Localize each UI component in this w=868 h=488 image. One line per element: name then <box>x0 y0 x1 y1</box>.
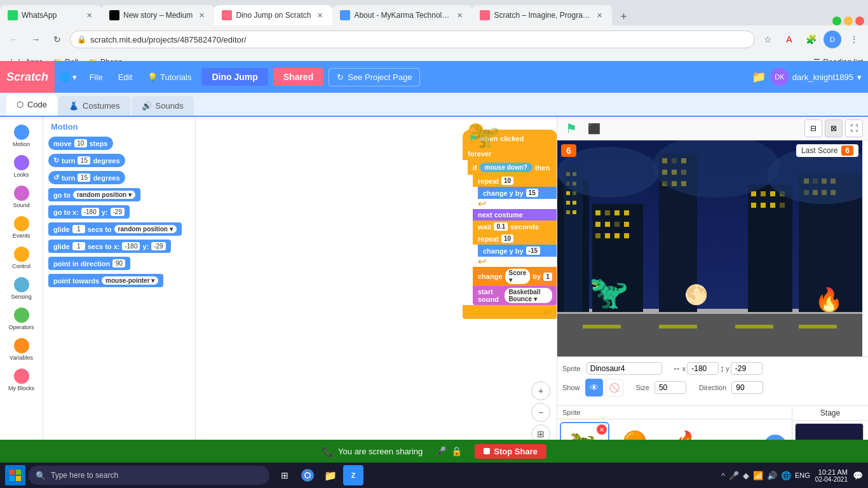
files-taskbar-button[interactable]: 📁 <box>320 465 341 485</box>
clock-area[interactable]: 10:21 AM 02-04-2021 <box>815 468 848 483</box>
zoom-taskbar-button[interactable]: Z <box>343 465 363 485</box>
extensions-button[interactable]: 🧩 <box>802 30 820 48</box>
basketball-bounce-dropdown[interactable]: Basketball Bounce ▾ <box>505 288 552 303</box>
block-point-towards-dropdown[interactable]: mouse-pointer ▾ <box>102 276 158 285</box>
scratch-file-menu[interactable]: File <box>82 61 111 93</box>
scratch-tutorials-button[interactable]: 💡 Tutorials <box>140 61 199 93</box>
scratch-see-project-button[interactable]: ↻ See Project Page <box>329 68 420 86</box>
repeat-10-block-1[interactable]: repeat 10 <box>473 175 557 187</box>
cat-control[interactable]: Control <box>3 244 41 272</box>
repeat-10-block-2[interactable]: repeat 10 <box>473 233 557 245</box>
cat-events[interactable]: Events <box>3 214 41 241</box>
tab-costumes[interactable]: 👗 Costumes <box>58 96 130 116</box>
bookmark-star-button[interactable]: ☆ <box>759 30 776 48</box>
block-goto-dropdown[interactable]: random position ▾ <box>73 191 135 199</box>
tab-mykarma[interactable]: About - MyKarma Technolog… ✕ <box>332 5 472 25</box>
scratch-project-name[interactable]: Dino Jump <box>201 68 268 86</box>
scratch-user-menu[interactable]: DK dark_knight1895 ▾ <box>771 68 862 86</box>
block-glide-input1[interactable]: 1 <box>72 225 85 233</box>
volume-icon[interactable]: 🔊 <box>767 471 777 480</box>
start-button[interactable] <box>5 465 25 485</box>
new-tab-button[interactable]: + <box>614 8 632 25</box>
tab-scratch2[interactable]: Scratch – Imagine, Program, S… ✕ <box>472 5 612 25</box>
tab-whatsapp[interactable]: WhatsApp ✕ <box>0 5 102 25</box>
scratch-folder-button[interactable]: 📁 <box>752 70 766 84</box>
chrome-taskbar-button[interactable] <box>297 465 318 485</box>
tab-close-scratch[interactable]: ✕ <box>315 10 325 20</box>
dropbox-icon[interactable]: ◆ <box>743 471 749 480</box>
show-button[interactable]: 👁 <box>585 379 603 396</box>
small-stage-button[interactable]: ⊟ <box>804 119 822 137</box>
cat-myblocks[interactable]: My Blocks <box>3 366 41 394</box>
stop-share-button[interactable]: Stop Share <box>475 444 546 459</box>
block-goto-x-input[interactable]: -180 <box>81 208 99 216</box>
repeat-input-2[interactable]: 10 <box>501 234 513 243</box>
tab-scratch[interactable]: Dino Jump on Scratch ✕ <box>214 5 332 25</box>
window-maximize[interactable] <box>844 17 853 25</box>
cat-sound[interactable]: Sound <box>3 183 41 211</box>
chevron-up-icon[interactable]: ^ <box>721 471 725 480</box>
acrobat-button[interactable]: A <box>780 30 798 48</box>
task-view-button[interactable]: ⊞ <box>275 465 295 485</box>
change-y-neg15-block[interactable]: change y by -15 <box>478 245 557 257</box>
direction-input[interactable] <box>731 381 763 394</box>
block-goto-xy[interactable]: go to x: -180 y: -29 <box>48 205 190 219</box>
block-glide-to[interactable]: glide 1 secs to random position ▾ <box>48 222 190 236</box>
size-input[interactable] <box>654 381 686 394</box>
tab-code[interactable]: ⬡ Code <box>6 95 57 116</box>
block-move-steps[interactable]: move 10 steps <box>48 137 190 150</box>
x-coord-input[interactable] <box>687 362 719 375</box>
block-point-towards[interactable]: point towards mouse-pointer ▾ <box>48 274 190 287</box>
more-menu-button[interactable]: ⋮ <box>845 30 863 48</box>
cat-looks[interactable]: Looks <box>3 152 41 180</box>
green-flag-button[interactable]: ⚑ <box>562 119 580 137</box>
stop-all-button[interactable]: ⬛ <box>585 119 603 137</box>
block-glide-dropdown[interactable]: random position ▾ <box>114 225 177 233</box>
sprite-name-input[interactable] <box>586 362 662 375</box>
block-move-input[interactable]: 10 <box>74 139 87 147</box>
block-turn-left[interactable]: ↺ turn 15 degrees <box>48 171 190 184</box>
wait-input[interactable]: 0.1 <box>494 222 508 231</box>
change-y-neg-input[interactable]: -15 <box>526 247 540 255</box>
fullscreen-button[interactable]: ⛶ <box>845 119 863 137</box>
tab-close-medium[interactable]: ✕ <box>196 10 207 20</box>
change-score-block[interactable]: change Score ▾ by 1 <box>473 267 557 286</box>
repeat-input-1[interactable]: 10 <box>501 177 513 185</box>
block-goto-y-input[interactable]: -29 <box>111 208 125 216</box>
cat-operators[interactable]: Operators <box>3 305 41 333</box>
network-icon[interactable]: 🌐 <box>781 471 791 480</box>
window-close[interactable] <box>855 17 864 25</box>
block-point-dir-input[interactable]: 90 <box>112 259 125 268</box>
scratch-edit-menu[interactable]: Edit <box>111 61 140 93</box>
block-turn-left-input[interactable]: 15 <box>78 173 90 182</box>
profile-button[interactable]: D <box>824 30 841 48</box>
cat-variables[interactable]: Variables <box>3 336 41 363</box>
scratch-logo[interactable]: Scratch <box>0 61 55 93</box>
block-goto[interactable]: go to random position ▾ <box>48 188 190 201</box>
wait-block[interactable]: wait 0.1 seconds <box>473 220 557 233</box>
cat-sensing[interactable]: Sensing <box>3 274 41 302</box>
score-dropdown-1[interactable]: Score ▾ <box>505 269 531 284</box>
zoom-in-button[interactable]: + <box>531 381 550 400</box>
scratch-shared-button[interactable]: Shared <box>273 68 323 86</box>
change-y-15-block[interactable]: change y by 15 <box>478 187 557 199</box>
forward-button[interactable]: → <box>27 30 44 48</box>
microphone-icon[interactable]: 🎤 <box>435 446 446 456</box>
normal-stage-button[interactable]: ⊠ <box>825 119 843 137</box>
change-score-input[interactable]: 1 <box>543 273 552 281</box>
window-minimize[interactable] <box>832 17 841 25</box>
cat-motion[interactable]: Motion <box>3 122 41 150</box>
taskbar-search-box[interactable]: 🔍 Type here to search <box>28 466 269 485</box>
scratch-globe-button[interactable]: 🌐 ▾ <box>55 72 82 82</box>
tab-close-mykarma[interactable]: ✕ <box>454 10 465 20</box>
block-glide-xy-input1[interactable]: 1 <box>72 242 85 250</box>
block-glide-x-input[interactable]: -180 <box>122 242 140 250</box>
tab-close-scratch2[interactable]: ✕ <box>594 10 604 20</box>
sprite-delete-dinosaur4[interactable]: ✕ <box>597 424 607 435</box>
microphone-taskbar-icon[interactable]: 🎤 <box>729 471 739 480</box>
wifi-icon[interactable]: 📶 <box>753 471 763 480</box>
security-icon[interactable]: 🔒 <box>451 446 462 456</box>
block-turn-right-input[interactable]: 15 <box>78 156 90 165</box>
tab-sounds[interactable]: 🔊 Sounds <box>132 96 194 116</box>
script-canvas[interactable]: ⚑ when clicked forever if mouse down? th… <box>196 117 557 463</box>
